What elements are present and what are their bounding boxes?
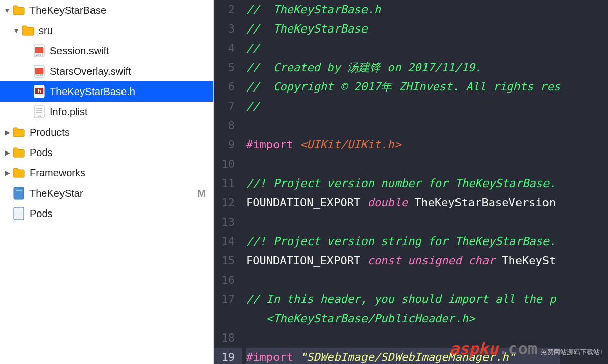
line-number: 11 [214,174,242,193]
svg-rect-15 [16,190,22,191]
folder-icon [12,146,25,159]
plist-file-icon: PLIST [33,105,46,118]
watermark-logo-a: aspku [449,339,498,358]
line-number: 3 [214,19,242,39]
folder-icon [21,24,35,37]
chevron-down-icon[interactable]: ▼ [12,26,20,35]
tree-row[interactable]: hTheKeyStarBase.h [0,81,213,102]
tree-row-label: Info.plist [50,106,87,118]
tree-row[interactable]: ▶Products [0,122,213,142]
watermark: aspku.com 免费网站源码下载站! [449,339,604,362]
tree-row[interactable]: ▶Frameworks [0,163,213,183]
tree-row[interactable]: ▶Pods [0,142,213,163]
tree-row[interactable]: ▼TheKeyStarBase [0,0,213,20]
line-number: 8 [214,116,242,135]
chevron-right-icon[interactable]: ▶ [3,148,11,157]
tree-row-label: Pods [29,147,53,159]
line-number: 7 [214,97,242,116]
tree-row-label: TheKeyStarBase [29,5,106,16]
svg-rect-14 [14,187,24,199]
line-number: 9 [214,135,242,155]
line-number [214,309,242,328]
line-number: 13 [214,213,242,232]
tree-row-label: TheKeyStar [29,188,83,199]
swift-file-icon: SWIFT [33,65,46,78]
line-number: 18 [214,328,242,348]
code-line[interactable]: FOUNDATION_EXPORT double TheKeyStarBaseV… [246,193,560,213]
tree-row-label: Session.swift [50,45,109,57]
svg-rect-4 [35,68,43,74]
svg-rect-16 [14,207,24,220]
folder-icon [12,4,25,17]
svg-rect-17 [16,210,22,211]
project-file-icon [12,207,25,220]
svg-text:h: h [38,88,41,94]
tree-row-label: Pods [29,208,53,220]
svg-rect-1 [35,47,43,53]
line-number: 15 [214,251,242,270]
code-line[interactable]: //! Project version number for TheKeySta… [246,174,560,193]
tree-row-label: StarsOverlay.swift [50,66,131,77]
tree-row[interactable]: TheKeyStarM [0,183,213,203]
code-editor[interactable]: 23456789101112131415161718192021 // TheK… [214,0,608,364]
chevron-right-icon[interactable]: ▶ [3,169,11,177]
chevron-down-icon[interactable]: ▼ [3,6,11,14]
code-line[interactable] [246,155,560,174]
tree-row-label: Products [29,127,70,138]
code-line[interactable]: // [246,97,560,116]
header-file-icon: h [33,85,46,98]
swift-file-icon: SWIFT [33,44,46,57]
project-file-icon [12,187,25,200]
code-line[interactable] [246,116,560,135]
line-number: 6 [214,77,242,97]
code-line[interactable]: // TheKeyStarBase [246,19,560,39]
file-navigator[interactable]: ▼TheKeyStarBase▼sruSWIFTSession.swiftSWI… [0,0,214,364]
tree-row[interactable]: Pods [0,203,213,224]
code-line[interactable] [246,270,560,290]
code-line[interactable]: // TheKeyStarBase.h [246,0,560,19]
code-line[interactable]: // Created by 汤建锋 on 2017/11/19. [246,58,560,77]
line-number: 17 [214,290,242,309]
svg-text:SWIFT: SWIFT [35,74,43,77]
scm-status-badge: M [197,188,206,199]
line-number: 12 [214,193,242,213]
watermark-logo-b: .com [498,339,537,358]
code-content[interactable]: // TheKeyStarBase.h// TheKeyStarBase////… [242,0,560,364]
folder-icon [12,166,25,179]
code-line[interactable]: // In this header, you should import all… [246,290,560,309]
chevron-right-icon[interactable]: ▶ [3,128,11,136]
tree-row[interactable]: ▼sru [0,20,213,41]
line-number: 5 [214,58,242,77]
code-line[interactable]: FOUNDATION_EXPORT const unsigned char Th… [246,251,560,270]
tree-row[interactable]: SWIFTSession.swift [0,41,213,61]
tree-row[interactable]: SWIFTStarsOverlay.swift [0,61,213,81]
line-number: 2 [214,0,242,19]
code-line[interactable]: <TheKeyStarBase/PublicHeader.h> [246,309,560,328]
line-number: 4 [214,39,242,58]
code-line[interactable]: // [246,39,560,58]
tree-row[interactable]: PLISTInfo.plist [0,102,213,122]
line-number: 10 [214,155,242,174]
tree-row-label: Frameworks [29,167,85,179]
tree-row-label: sru [39,25,53,37]
svg-text:PLIST: PLIST [36,114,43,117]
line-number: 16 [214,270,242,290]
line-number: 14 [214,232,242,251]
folder-icon [12,126,25,139]
code-line[interactable] [246,213,560,232]
svg-text:SWIFT: SWIFT [35,53,43,56]
code-line[interactable]: //! Project version string for TheKeySta… [246,232,560,251]
code-line[interactable]: // Copyright © 2017年 ZHInvest. All right… [246,77,560,97]
line-number: 19 [214,348,242,364]
watermark-tagline: 免费网站源码下载站! [540,343,604,362]
line-gutter: 23456789101112131415161718192021 [214,0,242,364]
tree-row-label: TheKeyStarBase.h [50,86,135,98]
code-line[interactable]: #import <UIKit/UIKit.h> [246,135,560,155]
